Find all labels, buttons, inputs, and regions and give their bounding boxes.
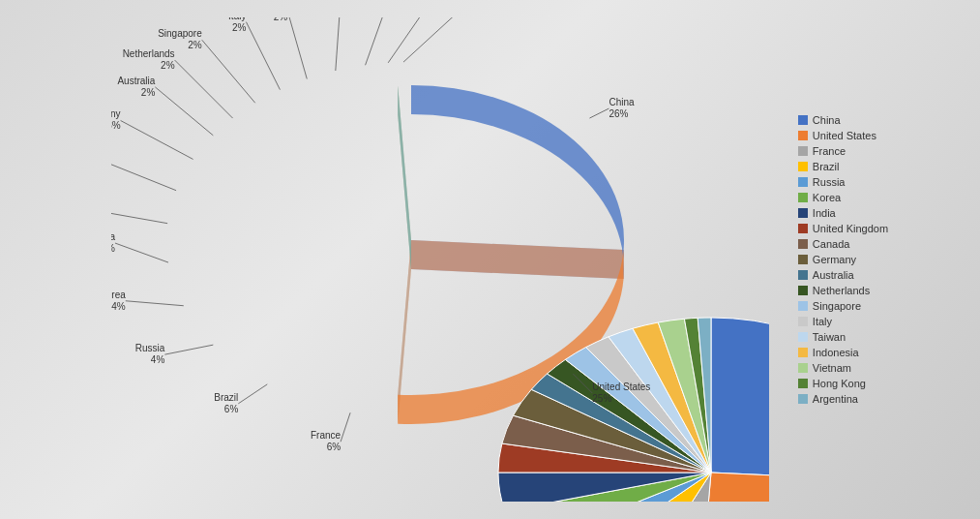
legend-label: Brazil (813, 161, 840, 172)
legend-color-box (798, 193, 808, 202)
svg-text:India: India (111, 231, 115, 242)
legend-color-box (798, 363, 808, 373)
legend-label: Germany (813, 254, 856, 265)
legend-color-box (798, 115, 808, 125)
svg-line-26 (115, 243, 168, 262)
legend-color-box (798, 146, 808, 156)
pie-area: China26%United States25%France6%Brazil6%… (92, 8, 788, 511)
legend-label: Korea (813, 192, 841, 203)
legend-color-box (798, 301, 808, 311)
svg-text:1%: 1% (461, 17, 476, 19)
svg-text:Netherlands: Netherlands (123, 48, 175, 59)
legend-color-box (798, 131, 808, 140)
legend-label: India (813, 207, 836, 219)
legend-item: Italy (798, 316, 888, 327)
legend-item: Indonesia (798, 347, 888, 358)
svg-text:4%: 4% (111, 243, 115, 254)
legend-label: Argentina (813, 393, 858, 405)
legend-color-box (798, 208, 808, 218)
legend-label: Hong Kong (813, 378, 866, 389)
chart-legend: ChinaUnited StatesFranceBrazilRussiaKore… (798, 114, 888, 405)
svg-line-38 (155, 87, 213, 136)
legend-item: Russia (798, 176, 888, 188)
legend-item: Argentina (798, 393, 888, 405)
svg-line-8 (589, 108, 609, 118)
legend-color-box (798, 255, 808, 264)
legend-label: Italy (813, 316, 832, 327)
legend-color-box (798, 394, 808, 404)
svg-line-23 (126, 301, 184, 306)
svg-text:4%: 4% (151, 354, 165, 365)
legend-item: United States (798, 130, 888, 141)
svg-text:Singapore: Singapore (158, 28, 202, 39)
svg-line-50 (287, 17, 307, 79)
svg-text:Australia: Australia (117, 76, 155, 86)
legend-label: Taiwan (813, 331, 846, 343)
svg-text:2%: 2% (161, 60, 175, 71)
legend-label: Indonesia (813, 347, 859, 358)
legend-item: Netherlands (798, 285, 888, 296)
legend-color-box (798, 379, 808, 388)
svg-text:Brazil: Brazil (214, 392, 238, 403)
legend-item: China (798, 114, 888, 126)
svg-line-53 (336, 17, 341, 71)
legend-color-box (798, 317, 808, 326)
legend-item: France (798, 145, 888, 157)
legend-item: Germany (798, 254, 888, 265)
svg-line-14 (341, 412, 350, 442)
legend-label: China (813, 114, 841, 126)
legend-label: Singapore (813, 300, 861, 312)
svg-text:26%: 26% (609, 108, 628, 119)
legend-color-box (798, 162, 808, 171)
legend-item: Hong Kong (798, 378, 888, 389)
legend-item: India (798, 207, 888, 219)
svg-line-44 (202, 40, 255, 103)
svg-text:4%: 4% (111, 301, 126, 312)
svg-text:Italy: Italy (228, 17, 246, 21)
svg-text:2%: 2% (188, 40, 202, 50)
legend-label: Canada (813, 238, 850, 250)
legend-item: Australia (798, 269, 888, 281)
legend-item: Taiwan (798, 331, 888, 343)
svg-text:United States: United States (592, 382, 650, 392)
svg-text:25%: 25% (592, 393, 611, 404)
legend-item: Korea (798, 192, 888, 203)
svg-text:Russia: Russia (135, 343, 165, 353)
svg-text:3%: 3% (111, 120, 121, 131)
legend-color-box (798, 224, 808, 233)
legend-item: Vietnam (798, 362, 888, 374)
legend-color-box (798, 270, 808, 280)
svg-text:France: France (311, 430, 342, 441)
pie-chart-svg: China26%United States25%France6%Brazil6%… (111, 17, 769, 502)
legend-label: Australia (813, 269, 854, 281)
legend-color-box (798, 348, 808, 357)
svg-text:2%: 2% (141, 87, 156, 98)
legend-item: United Kingdom (798, 223, 888, 234)
legend-item: Brazil (798, 161, 888, 172)
svg-marker-2 (411, 240, 624, 279)
svg-marker-6 (398, 85, 411, 269)
legend-color-box (798, 286, 808, 295)
chart-container: China26%United States25%France6%Brazil6%… (0, 0, 980, 519)
legend-color-box (798, 332, 808, 342)
svg-line-35 (120, 120, 193, 159)
svg-text:China: China (609, 97, 635, 107)
svg-text:Korea: Korea (111, 290, 126, 300)
legend-item: Canada (798, 238, 888, 250)
svg-text:2%: 2% (232, 22, 247, 33)
legend-label: United Kingdom (813, 223, 888, 234)
svg-line-62 (403, 17, 461, 62)
legend-item: Singapore (798, 300, 888, 312)
svg-line-47 (246, 22, 280, 90)
legend-color-box (798, 239, 808, 249)
svg-text:6%: 6% (224, 404, 239, 414)
svg-line-41 (174, 60, 232, 118)
svg-text:6%: 6% (326, 442, 341, 452)
svg-line-17 (238, 384, 267, 404)
legend-label: France (813, 145, 846, 157)
svg-line-20 (164, 345, 213, 354)
svg-text:Germany: Germany (111, 108, 121, 119)
svg-line-32 (111, 162, 176, 191)
legend-label: United States (813, 130, 876, 141)
legend-label: Netherlands (813, 285, 870, 296)
